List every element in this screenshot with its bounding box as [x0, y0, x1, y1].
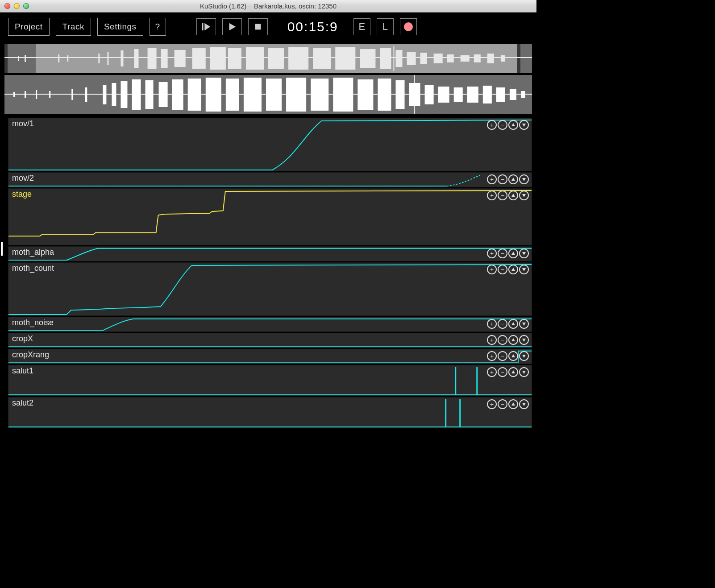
- svg-rect-13: [148, 48, 157, 69]
- track-up-button[interactable]: [508, 265, 518, 274]
- track-controls: + −: [487, 190, 529, 200]
- track-row[interactable]: salut2 + −: [8, 397, 532, 428]
- svg-rect-37: [13, 92, 15, 97]
- svg-rect-60: [395, 80, 404, 109]
- play-from-start-button[interactable]: [196, 18, 216, 35]
- record-button[interactable]: [400, 18, 417, 35]
- track-down-button[interactable]: [519, 335, 529, 345]
- timeline-main[interactable]: [4, 75, 532, 114]
- e-button[interactable]: E: [353, 18, 370, 35]
- project-menu[interactable]: Project: [8, 18, 50, 36]
- svg-rect-56: [311, 79, 328, 111]
- track-down-button[interactable]: [519, 399, 529, 409]
- track-curve: [8, 189, 532, 245]
- timeline-overview[interactable]: [4, 44, 532, 73]
- stop-icon: [253, 22, 263, 32]
- track-add-button[interactable]: +: [487, 120, 497, 130]
- svg-marker-71: [522, 124, 526, 127]
- track-up-button[interactable]: [508, 120, 518, 130]
- track-down-button[interactable]: [519, 351, 529, 361]
- track-remove-button[interactable]: −: [498, 351, 507, 361]
- track-remove-button[interactable]: −: [498, 265, 507, 274]
- track-up-button[interactable]: [508, 335, 518, 345]
- track-add-button[interactable]: +: [487, 174, 497, 184]
- track-down-button[interactable]: [519, 190, 529, 200]
- svg-rect-49: [172, 79, 183, 110]
- track-row[interactable]: moth_noise + −: [8, 317, 532, 332]
- track-remove-button[interactable]: −: [498, 174, 507, 184]
- svg-rect-69: [521, 91, 525, 98]
- track-up-button[interactable]: [508, 399, 518, 409]
- svg-marker-89: [522, 371, 526, 374]
- track-down-button[interactable]: [519, 248, 529, 258]
- toolbar: Project Track Settings ? 00:15:9 E L: [0, 12, 536, 42]
- svg-rect-54: [266, 79, 282, 111]
- track-row[interactable]: mov/2 + −: [8, 172, 532, 187]
- window-title: KuStudio (1.62) – Barkarola.kus, oscin: …: [0, 2, 536, 10]
- track-remove-button[interactable]: −: [498, 248, 507, 258]
- track-add-button[interactable]: +: [487, 190, 497, 200]
- svg-marker-2: [229, 23, 236, 31]
- track-down-button[interactable]: [519, 319, 529, 329]
- track-down-button[interactable]: [519, 174, 529, 184]
- track-row[interactable]: salut1 + −: [8, 365, 532, 396]
- svg-rect-41: [71, 89, 73, 100]
- track-label: mov/1: [12, 119, 34, 128]
- svg-marker-79: [522, 268, 526, 271]
- track-curve: [8, 333, 532, 348]
- track-remove-button[interactable]: −: [498, 319, 507, 329]
- track-down-button[interactable]: [519, 265, 529, 274]
- track-label: cropXrang: [12, 350, 49, 360]
- track-remove-button[interactable]: −: [498, 399, 507, 409]
- svg-rect-7: [58, 54, 59, 62]
- track-add-button[interactable]: +: [487, 265, 497, 274]
- track-row[interactable]: cropX + −: [8, 333, 532, 348]
- playhead[interactable]: [414, 75, 415, 114]
- svg-rect-31: [447, 54, 454, 62]
- svg-rect-42: [85, 87, 87, 102]
- track-down-button[interactable]: [519, 367, 529, 377]
- track-row[interactable]: mov/1 + −: [8, 118, 532, 171]
- track-remove-button[interactable]: −: [498, 190, 507, 200]
- track-up-button[interactable]: [508, 351, 518, 361]
- stop-button[interactable]: [248, 18, 268, 35]
- track-add-button[interactable]: +: [487, 399, 497, 409]
- track-up-button[interactable]: [508, 319, 518, 329]
- track-add-button[interactable]: +: [487, 319, 497, 329]
- track-label: mov/2: [12, 174, 34, 183]
- help-button[interactable]: ?: [150, 18, 166, 36]
- track-row[interactable]: stage + −: [8, 188, 532, 245]
- l-button[interactable]: L: [377, 18, 394, 35]
- track-up-button[interactable]: [508, 367, 518, 377]
- track-add-button[interactable]: +: [487, 335, 497, 345]
- svg-marker-78: [511, 268, 515, 271]
- svg-rect-18: [228, 48, 241, 69]
- svg-marker-70: [511, 123, 515, 126]
- track-down-button[interactable]: [519, 120, 529, 130]
- play-button[interactable]: [222, 18, 242, 35]
- track-curve: [8, 247, 532, 261]
- track-remove-button[interactable]: −: [498, 335, 507, 345]
- svg-rect-40: [49, 91, 50, 98]
- track-curve: [8, 173, 532, 187]
- track-remove-button[interactable]: −: [498, 367, 507, 377]
- track-add-button[interactable]: +: [487, 367, 497, 377]
- track-row[interactable]: cropXrang + −: [8, 349, 532, 364]
- track-up-button[interactable]: [508, 174, 518, 184]
- svg-marker-84: [511, 354, 515, 357]
- track-remove-button[interactable]: −: [498, 120, 507, 130]
- svg-rect-21: [288, 47, 308, 70]
- svg-rect-22: [313, 48, 331, 69]
- track-up-button[interactable]: [508, 190, 518, 200]
- track-row[interactable]: moth_count + −: [8, 262, 532, 316]
- svg-marker-92: [511, 402, 515, 406]
- main-waveform: [4, 75, 532, 114]
- svg-rect-8: [67, 55, 68, 62]
- track-add-button[interactable]: +: [487, 351, 497, 361]
- track-row[interactable]: moth_alpha + −: [8, 246, 532, 261]
- track-up-button[interactable]: [508, 248, 518, 258]
- track-menu[interactable]: Track: [56, 18, 91, 36]
- svg-rect-29: [420, 53, 427, 64]
- settings-menu[interactable]: Settings: [97, 18, 143, 36]
- track-add-button[interactable]: +: [487, 248, 497, 258]
